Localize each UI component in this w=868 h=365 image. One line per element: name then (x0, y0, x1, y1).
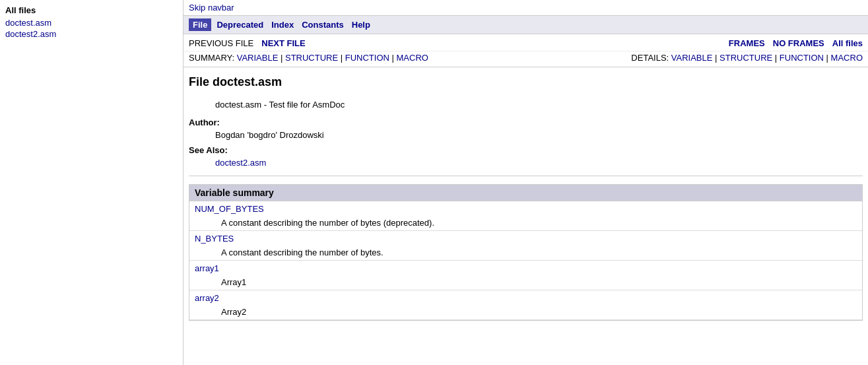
summary-macro-link[interactable]: MACRO (397, 53, 428, 63)
file-nav-right: FRAMES NO FRAMES All files (729, 38, 863, 48)
var-link-n-bytes[interactable]: N_BYTES (195, 234, 234, 244)
var-name-array2: array2 (189, 290, 862, 306)
see-also-label: See Also: (189, 145, 863, 155)
sidebar-file-doctest[interactable]: doctest.asm (5, 18, 178, 28)
var-link-array1[interactable]: array1 (195, 263, 219, 273)
details-label: DETAILS: (631, 53, 669, 63)
sidebar-file-doctest2[interactable]: doctest2.asm (5, 29, 178, 39)
var-name-array1: array1 (189, 261, 862, 276)
file-title: File doctest.asm (189, 75, 863, 89)
all-files-link[interactable]: All files (832, 38, 863, 48)
table-row: NUM_OF_BYTES A constant describing the n… (189, 201, 862, 231)
section-divider (189, 176, 863, 176)
variable-summary-header: Variable summary (189, 185, 862, 201)
variable-summary-table: Variable summary NUM_OF_BYTES A constant… (189, 184, 863, 321)
see-also-link[interactable]: doctest2.asm (215, 158, 266, 168)
file-description: doctest.asm - Test file for AsmDoc (215, 100, 863, 110)
nav-tab-help[interactable]: Help (348, 18, 374, 31)
nav-tab-deprecated[interactable]: Deprecated (213, 18, 267, 31)
summary-structure-link[interactable]: STRUCTURE (285, 53, 338, 63)
frames-link[interactable]: FRAMES (729, 38, 765, 48)
summary-function-link[interactable]: FUNCTION (345, 53, 389, 63)
details-macro-link[interactable]: MACRO (831, 53, 863, 63)
summary-right: DETAILS: VARIABLE | STRUCTURE | FUNCTION… (631, 53, 863, 63)
details-structure-link[interactable]: STRUCTURE (719, 53, 772, 63)
skip-navbar-bar: Skip navbar (184, 0, 868, 16)
sidebar: All files doctest.asm doctest2.asm (0, 0, 184, 365)
var-name-num-of-bytes: NUM_OF_BYTES (189, 201, 862, 216)
main-content: Skip navbar File Deprecated Index Consta… (184, 0, 868, 365)
var-link-num-of-bytes[interactable]: NUM_OF_BYTES (195, 204, 264, 214)
no-frames-link[interactable]: NO FRAMES (773, 38, 824, 48)
summary-row: SUMMARY: VARIABLE | STRUCTURE | FUNCTION… (184, 51, 868, 67)
table-row: array2 Array2 (189, 290, 862, 320)
var-name-n-bytes: N_BYTES (189, 231, 862, 246)
author-value: Bogdan 'bogdro' Drozdowski (215, 130, 863, 140)
skip-navbar-link[interactable]: Skip navbar (189, 3, 234, 13)
var-desc-num-of-bytes: A constant describing the number of byte… (189, 216, 862, 230)
summary-variable-link[interactable]: VARIABLE (237, 53, 279, 63)
table-row: array1 Array1 (189, 261, 862, 290)
navbar: File Deprecated Index Constants Help (184, 16, 868, 34)
var-desc-array2: Array2 (189, 306, 862, 319)
details-variable-link[interactable]: VARIABLE (671, 53, 713, 63)
var-desc-n-bytes: A constant describing the number of byte… (189, 246, 862, 260)
previous-file-label: PREVIOUS FILE (189, 38, 253, 48)
file-nav-row: PREVIOUS FILE NEXT FILE FRAMES NO FRAMES… (184, 34, 868, 51)
summary-label: SUMMARY: (189, 53, 234, 63)
nav-tab-file[interactable]: File (189, 18, 211, 31)
var-link-array2[interactable]: array2 (195, 293, 219, 303)
next-file-link[interactable]: NEXT FILE (261, 38, 305, 48)
nav-tab-index[interactable]: Index (267, 18, 298, 31)
nav-tab-constants[interactable]: Constants (298, 18, 348, 31)
see-also-value: doctest2.asm (215, 158, 863, 168)
author-label: Author: (189, 117, 863, 127)
file-nav-left: PREVIOUS FILE NEXT FILE (189, 38, 306, 48)
table-row: N_BYTES A constant describing the number… (189, 231, 862, 261)
details-function-link[interactable]: FUNCTION (780, 53, 824, 63)
var-desc-array1: Array1 (189, 276, 862, 290)
sidebar-title: All files (5, 5, 178, 15)
summary-left: SUMMARY: VARIABLE | STRUCTURE | FUNCTION… (189, 53, 428, 63)
page-content: File doctest.asm doctest.asm - Test file… (184, 67, 868, 326)
